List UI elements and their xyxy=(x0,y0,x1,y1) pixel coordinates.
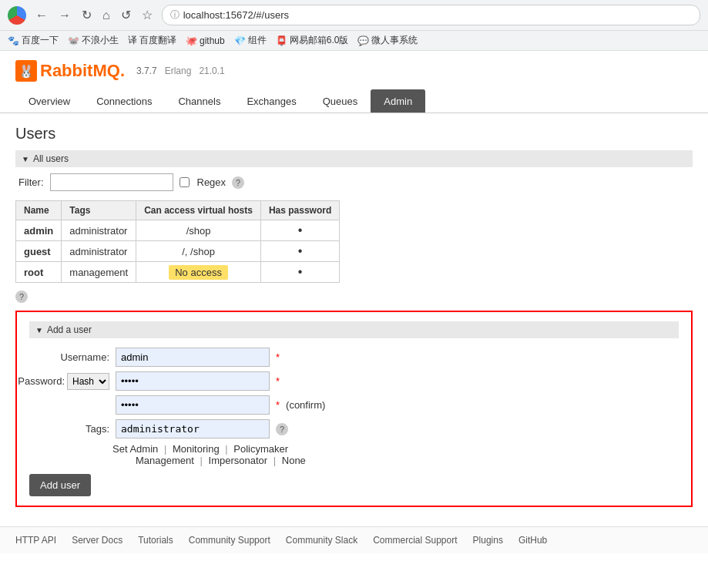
user-name-root[interactable]: root xyxy=(16,262,62,283)
filter-row: Filter: Regex ? xyxy=(15,173,693,191)
footer-commercial-support[interactable]: Commercial Support xyxy=(373,535,457,546)
tab-overview[interactable]: Overview xyxy=(15,89,83,113)
footer-server-docs[interactable]: Server Docs xyxy=(72,535,122,546)
set-label: Set xyxy=(112,443,128,455)
secure-icon: ⓘ xyxy=(170,8,180,22)
user-password-guest: • xyxy=(260,241,339,262)
tag-admin-link[interactable]: Admin xyxy=(129,443,158,455)
tab-admin[interactable]: Admin xyxy=(371,89,425,113)
tag-management-link[interactable]: Management xyxy=(136,455,194,466)
add-user-section: ▼ Add a user Username: * Password: Hash … xyxy=(15,311,693,507)
app-logo: 🐰 RabbitMQ. xyxy=(15,60,125,82)
logo-area: 🐰 RabbitMQ. 3.7.7 Erlang 21.0.1 xyxy=(15,60,693,82)
logo-text: RabbitMQ. xyxy=(40,61,125,81)
home-button[interactable]: ⌂ xyxy=(99,7,113,24)
col-vhosts: Can access virtual hosts xyxy=(136,201,261,220)
confirm-required-star: * xyxy=(276,399,280,411)
logo-icon: 🐰 xyxy=(15,60,37,82)
tags-set-row: Set Admin | Monitoring | Policymaker Man… xyxy=(29,443,679,466)
user-vhosts-root: No access xyxy=(136,262,261,283)
erlang-version: 21.0.1 xyxy=(199,66,224,76)
password-input[interactable] xyxy=(116,371,270,391)
add-user-button[interactable]: Add user xyxy=(29,474,91,496)
app-header: 🐰 RabbitMQ. 3.7.7 Erlang 21.0.1 Overview… xyxy=(0,51,708,113)
footer-http-api[interactable]: HTTP API xyxy=(15,535,56,546)
col-tags: Tags xyxy=(62,201,136,220)
user-vhosts-admin: /shop xyxy=(136,220,261,241)
address-bar[interactable]: ⓘ localhost:15672/#/users xyxy=(162,5,700,25)
regex-checkbox[interactable] xyxy=(180,177,190,187)
table-row: root management No access • xyxy=(16,262,340,283)
footer-community-support[interactable]: Community Support xyxy=(189,535,270,546)
col-name: Name xyxy=(16,201,62,220)
forward-button[interactable]: → xyxy=(55,7,74,24)
table-help-icon[interactable]: ? xyxy=(15,291,28,303)
user-name-guest[interactable]: guest xyxy=(16,241,62,262)
bookmark-email[interactable]: 📮 网易邮箱6.0版 xyxy=(276,34,349,47)
add-user-section-header[interactable]: ▼ Add a user xyxy=(29,321,679,338)
user-password-root: • xyxy=(260,262,339,283)
footer-plugins[interactable]: Plugins xyxy=(473,535,503,546)
bookmark-translate[interactable]: 译 百度翻译 xyxy=(128,34,176,47)
tab-queues[interactable]: Queues xyxy=(310,89,371,113)
bookmark-components[interactable]: 💎 组件 xyxy=(234,34,267,47)
user-tags-admin: administrator xyxy=(62,220,136,241)
users-table: Name Tags Can access virtual hosts Has p… xyxy=(15,200,340,283)
password-label: Password: xyxy=(18,375,65,387)
tab-connections[interactable]: Connections xyxy=(83,89,165,113)
regex-label: Regex xyxy=(197,176,226,188)
no-access-badge: No access xyxy=(169,265,228,280)
url-text: localhost:15672/#/users xyxy=(183,9,289,21)
all-users-label: All users xyxy=(33,153,69,164)
user-tags-guest: administrator xyxy=(62,241,136,262)
bookmark-github[interactable]: 🐙 github xyxy=(186,35,225,46)
page-title: Users xyxy=(15,125,693,143)
password-type-select[interactable]: Hash Plain xyxy=(67,373,109,390)
undo-button[interactable]: ↺ xyxy=(118,6,134,24)
bookmark-bar: 🐾 百度一下 🐭 不浪小生 译 百度翻译 🐙 github 💎 组件 📮 网易邮… xyxy=(0,31,708,51)
filter-help-icon[interactable]: ? xyxy=(232,176,244,189)
footer-tutorials[interactable]: Tutorials xyxy=(138,535,173,546)
chrome-logo-icon xyxy=(8,6,26,25)
back-button[interactable]: ← xyxy=(32,7,51,24)
username-required-star: * xyxy=(276,351,280,363)
confirm-label: (confirm) xyxy=(286,399,325,411)
version-text: 3.7.7 xyxy=(136,66,157,76)
all-users-section-header[interactable]: ▼ All users xyxy=(15,150,693,167)
bookmark-bulangxiaosheng[interactable]: 🐭 不浪小生 xyxy=(68,34,119,47)
tags-label: Tags: xyxy=(32,423,109,435)
username-input[interactable] xyxy=(116,348,270,367)
user-vhosts-guest: /, /shop xyxy=(136,241,261,262)
browser-chrome: ← → ↻ ⌂ ↺ ☆ ⓘ localhost:15672/#/users xyxy=(0,0,708,31)
table-row: guest administrator /, /shop • xyxy=(16,241,340,262)
bookmark-hr[interactable]: 💬 微人事系统 xyxy=(357,34,418,47)
tag-impersonator-link[interactable]: Impersonator xyxy=(209,455,268,466)
nav-buttons: ← → ↻ ⌂ ↺ ☆ xyxy=(32,6,156,24)
table-row: admin administrator /shop • xyxy=(16,220,340,241)
tab-channels[interactable]: Channels xyxy=(165,89,233,113)
password-confirm-input[interactable] xyxy=(116,395,270,415)
star-button[interactable]: ☆ xyxy=(139,6,156,24)
filter-label: Filter: xyxy=(18,176,44,188)
user-name-admin[interactable]: admin xyxy=(16,220,62,241)
user-password-admin: • xyxy=(260,220,339,241)
footer-community-slack[interactable]: Community Slack xyxy=(286,535,357,546)
tab-exchanges[interactable]: Exchanges xyxy=(233,89,309,113)
tags-input[interactable] xyxy=(116,419,270,438)
bookmark-baidu[interactable]: 🐾 百度一下 xyxy=(8,34,59,47)
refresh-button[interactable]: ↻ xyxy=(79,6,95,24)
main-content: Users ▼ All users Filter: Regex ? Name T… xyxy=(0,113,708,526)
tags-help-icon[interactable]: ? xyxy=(276,423,288,435)
tag-policymaker-link[interactable]: Policymaker xyxy=(233,443,288,455)
section-collapse-arrow: ▼ xyxy=(22,155,29,163)
footer-github[interactable]: GitHub xyxy=(518,535,547,546)
tag-monitoring-link[interactable]: Monitoring xyxy=(173,443,220,455)
erlang-label: Erlang xyxy=(165,66,192,76)
tag-none-link[interactable]: None xyxy=(282,455,306,466)
add-user-title: Add a user xyxy=(47,324,92,335)
col-password: Has password xyxy=(260,201,339,220)
username-label: Username: xyxy=(32,351,109,363)
filter-input[interactable] xyxy=(50,173,173,191)
add-user-collapse-arrow: ▼ xyxy=(35,326,43,334)
nav-tabs: Overview Connections Channels Exchanges … xyxy=(15,89,693,113)
